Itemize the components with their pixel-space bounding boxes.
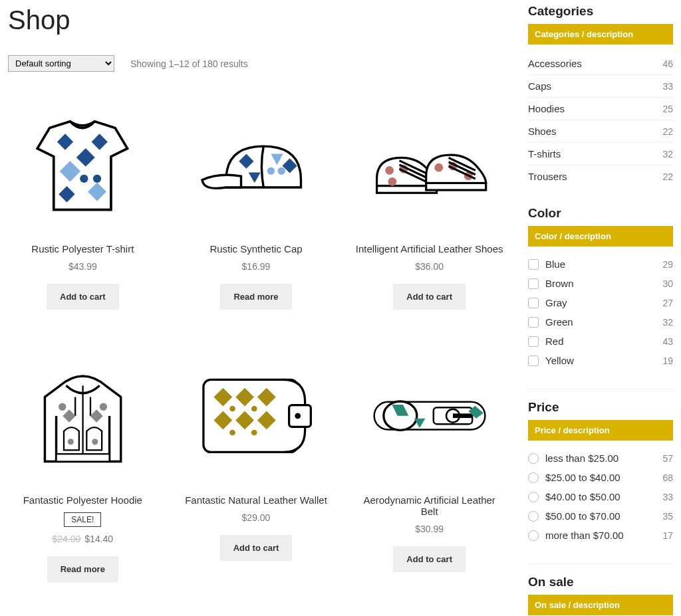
filter-item[interactable]: Red 43 xyxy=(528,332,673,351)
filter-item[interactable]: Brown 30 xyxy=(528,274,673,293)
filter-item[interactable]: Yellow 19 xyxy=(528,351,673,370)
filter-count: 30 xyxy=(662,278,673,289)
widget-color: Color Color / description Blue 29 Brown … xyxy=(528,206,673,370)
filter-label: $25.00 to $40.00 xyxy=(545,472,662,483)
product-card[interactable]: Intelligent Artificial Leather Shoes $36… xyxy=(354,98,504,310)
page-title: Shop xyxy=(8,5,504,35)
price: $43.99 xyxy=(68,261,97,272)
product-card[interactable]: Rustic Polyester T-shirt $43.99 Add to c… xyxy=(8,98,158,310)
product-card[interactable]: Fantastic Natural Leather Wallet $29.00 … xyxy=(182,350,331,582)
filter-label: Green xyxy=(545,316,662,328)
read-more-button[interactable]: Read more xyxy=(220,284,291,310)
widget-desc: Color / description xyxy=(528,226,673,247)
filter-item[interactable]: less than $25.00 57 xyxy=(528,449,673,468)
add-to-cart-button[interactable]: Add to cart xyxy=(47,284,119,310)
filter-item[interactable]: Blue 29 xyxy=(528,255,673,274)
filter-item[interactable]: $40.00 to $50.00 33 xyxy=(528,487,673,506)
product-name: Fantastic Natural Leather Wallet xyxy=(182,494,331,506)
product-image xyxy=(182,350,331,482)
product-name: Rustic Polyester T-shirt xyxy=(8,243,158,255)
filter-count: 29 xyxy=(662,259,673,270)
radio[interactable] xyxy=(528,530,539,541)
filter-item[interactable]: Gray 27 xyxy=(528,293,673,312)
filter-item[interactable]: Accessories 46 xyxy=(528,52,673,75)
product-image xyxy=(354,98,504,231)
result-count: Showing 1–12 of 180 results xyxy=(130,58,248,69)
price: $36.00 xyxy=(415,261,444,272)
filter-count: 22 xyxy=(662,171,673,182)
radio[interactable] xyxy=(528,492,539,502)
checkbox[interactable] xyxy=(528,317,539,328)
filter-count: 32 xyxy=(662,149,673,159)
radio[interactable] xyxy=(528,453,539,464)
filter-count: 25 xyxy=(662,104,673,114)
checkbox[interactable] xyxy=(528,298,539,308)
widget-desc: Categories / description xyxy=(528,24,673,45)
product-image xyxy=(354,350,504,482)
price: $30.99 xyxy=(415,524,444,534)
filter-label: Hoodies xyxy=(528,103,662,114)
widget-onsale: On sale On sale / description On sale 55 xyxy=(528,575,673,616)
product-card[interactable]: Fantastic Polyester Hoodie SALE! $24.00$… xyxy=(8,350,158,582)
radio[interactable] xyxy=(528,472,539,483)
checkbox[interactable] xyxy=(528,356,539,366)
widget-desc: Price / description xyxy=(528,420,673,441)
filter-label: Red xyxy=(545,336,662,347)
sort-select[interactable]: Default sorting xyxy=(8,55,114,72)
filter-label: less than $25.00 xyxy=(545,453,662,464)
add-to-cart-button[interactable]: Add to cart xyxy=(393,546,466,572)
filter-label: $40.00 to $50.00 xyxy=(545,491,662,502)
checkbox[interactable] xyxy=(528,336,539,347)
filter-label: $50.00 to $70.00 xyxy=(545,510,662,522)
filter-item[interactable]: Trousers 22 xyxy=(528,165,673,187)
checkbox[interactable] xyxy=(528,278,539,289)
product-name: Intelligent Artificial Leather Shoes xyxy=(354,243,504,255)
product-card[interactable]: Aerodynamic Artificial Leather Belt $30.… xyxy=(354,350,504,582)
filter-count: 46 xyxy=(662,58,673,69)
widget-title: On sale xyxy=(528,575,673,589)
checkbox[interactable] xyxy=(528,259,539,270)
widget-categories: Categories Categories / description Acce… xyxy=(528,4,673,187)
filter-item[interactable]: $25.00 to $40.00 68 xyxy=(528,468,673,487)
filter-count: 33 xyxy=(662,81,673,92)
add-to-cart-button[interactable]: Add to cart xyxy=(393,284,466,310)
radio[interactable] xyxy=(528,511,539,522)
filter-item[interactable]: Hoodies 25 xyxy=(528,98,673,120)
widget-title: Categories xyxy=(528,4,673,19)
widget-price: Price Price / description less than $25.… xyxy=(528,400,673,545)
filter-label: more than $70.00 xyxy=(545,530,662,541)
product-card[interactable]: Rustic Synthetic Cap $16.99 Read more xyxy=(182,98,331,310)
filter-label: Shoes xyxy=(528,126,662,137)
filter-item[interactable]: more than $70.00 17 xyxy=(528,526,673,545)
read-more-button[interactable]: Read more xyxy=(47,556,118,582)
filter-label: Yellow xyxy=(545,355,662,366)
widget-title: Price xyxy=(528,400,673,415)
price: $16.99 xyxy=(242,261,271,272)
filter-item[interactable]: Caps 33 xyxy=(528,75,673,98)
filter-label: T-shirts xyxy=(528,148,662,159)
filter-count: 35 xyxy=(662,511,673,522)
widget-desc: On sale / description xyxy=(528,595,673,615)
price: $29.00 xyxy=(242,512,271,523)
add-to-cart-button[interactable]: Add to cart xyxy=(220,535,293,561)
filter-count: 43 xyxy=(662,336,673,347)
filter-count: 68 xyxy=(662,472,673,483)
filter-label: Accessories xyxy=(528,58,662,69)
filter-count: 27 xyxy=(662,298,673,308)
filter-label: Blue xyxy=(545,258,662,270)
filter-item[interactable]: T-shirts 32 xyxy=(528,143,673,165)
filter-item[interactable]: $50.00 to $70.00 35 xyxy=(528,506,673,526)
product-name: Fantastic Polyester Hoodie xyxy=(8,494,158,506)
filter-label: Gray xyxy=(545,297,662,308)
filter-count: 17 xyxy=(662,530,673,541)
widget-title: Color xyxy=(528,206,673,221)
filter-label: Brown xyxy=(545,278,662,289)
filter-count: 32 xyxy=(662,317,673,328)
filter-item[interactable]: Green 32 xyxy=(528,312,673,332)
product-name: Rustic Synthetic Cap xyxy=(182,243,331,255)
filter-count: 19 xyxy=(662,356,673,366)
product-image xyxy=(8,350,158,482)
filter-item[interactable]: Shoes 22 xyxy=(528,120,673,143)
filter-count: 22 xyxy=(662,126,673,137)
sale-badge: SALE! xyxy=(64,512,101,527)
